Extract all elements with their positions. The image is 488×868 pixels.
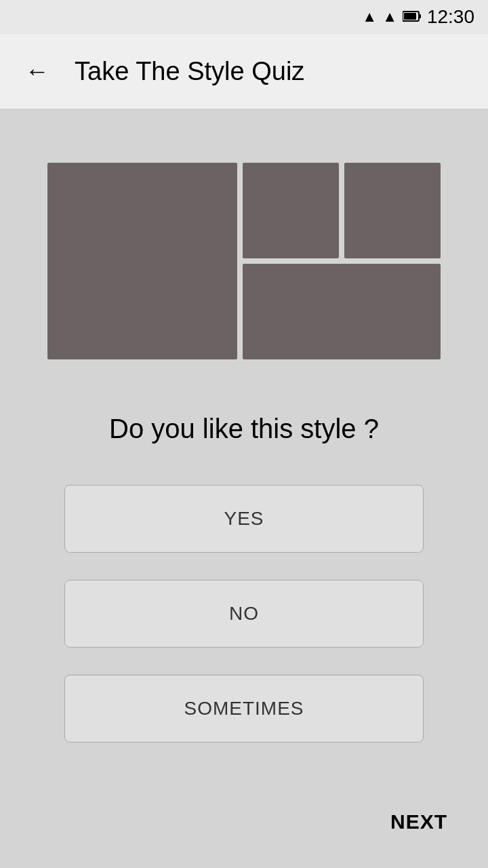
signal-icon: ▲ xyxy=(382,8,397,26)
image-collage xyxy=(47,163,441,359)
main-content: Do you like this style ? YES NO SOMETIME… xyxy=(0,108,488,783)
no-button[interactable]: NO xyxy=(64,580,424,648)
collage-image-top-right-2 xyxy=(344,163,441,258)
status-time: 12:30 xyxy=(427,6,474,28)
collage-image-top-right-1 xyxy=(243,163,339,258)
yes-button[interactable]: YES xyxy=(64,485,424,553)
collage-image-large xyxy=(47,163,237,359)
bottom-bar: NEXT xyxy=(0,783,488,868)
next-button[interactable]: NEXT xyxy=(390,810,447,833)
sometimes-button[interactable]: SOMETIMES xyxy=(64,675,424,743)
collage-image-bottom-wide xyxy=(243,264,441,359)
wifi-icon: ▲ xyxy=(362,8,377,26)
question-text: Do you like this style ? xyxy=(109,414,379,444)
status-bar: ▲ ▲ 12:30 xyxy=(0,0,488,34)
battery-icon xyxy=(403,8,422,26)
svg-rect-1 xyxy=(419,14,421,18)
answer-buttons: YES NO SOMETIMES xyxy=(41,485,447,743)
back-button[interactable]: ← xyxy=(20,54,54,88)
status-icons: ▲ ▲ 12:30 xyxy=(362,6,474,28)
svg-rect-2 xyxy=(404,13,416,20)
app-bar: ← Take The Style Quiz xyxy=(0,34,488,108)
page-title: Take The Style Quiz xyxy=(75,57,304,86)
